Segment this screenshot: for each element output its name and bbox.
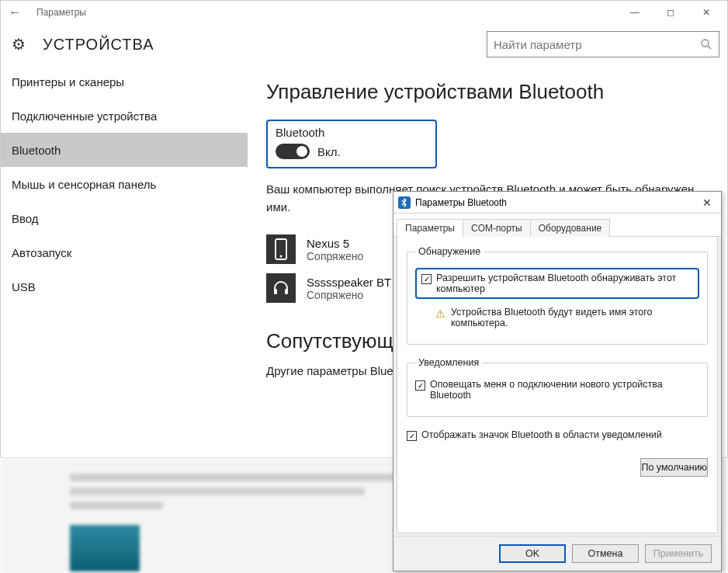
notify-checkbox[interactable] bbox=[415, 380, 425, 391]
sidebar-item-bluetooth[interactable]: Bluetooth bbox=[1, 133, 248, 167]
svg-line-1 bbox=[708, 46, 711, 49]
page-title: УСТРОЙСТВА bbox=[43, 36, 154, 54]
gear-icon: ⚙ bbox=[12, 35, 26, 54]
tab-panel: Обнаружение Разрешить устройствам Blueto… bbox=[397, 237, 718, 533]
titlebar: ← Параметры — ◻ ✕ bbox=[1, 1, 727, 24]
close-button[interactable]: ✕ bbox=[688, 1, 724, 24]
dialog-title: Параметры Bluetooth bbox=[415, 197, 507, 208]
apply-button[interactable]: Применить bbox=[645, 544, 712, 563]
sidebar-item-usb[interactable]: USB bbox=[1, 269, 248, 304]
discovery-warning-text: Устройства Bluetooth будут видеть имя эт… bbox=[451, 307, 699, 328]
sidebar: Принтеры и сканеры Подключенные устройст… bbox=[1, 64, 248, 457]
toggle-switch-icon bbox=[276, 144, 310, 159]
content-heading: Управление устройствами Bluetooth bbox=[266, 80, 727, 104]
search-placeholder: Найти параметр bbox=[494, 38, 582, 51]
device-name: Nexus 5 bbox=[307, 237, 363, 250]
window-controls: — ◻ ✕ bbox=[617, 1, 724, 24]
svg-rect-4 bbox=[274, 289, 277, 294]
discovery-group: Обнаружение Разрешить устройствам Blueto… bbox=[407, 246, 708, 345]
notify-row: Оповещать меня о подключении нового устр… bbox=[415, 379, 699, 401]
sidebar-item-mouse[interactable]: Мышь и сенсорная панель bbox=[1, 167, 248, 201]
back-button[interactable]: ← bbox=[4, 5, 26, 19]
maximize-button[interactable]: ◻ bbox=[653, 1, 688, 24]
tab-com-ports[interactable]: COM-порты bbox=[463, 219, 531, 237]
tray-label: Отображать значок Bluetooth в области ув… bbox=[421, 429, 662, 440]
notifications-legend: Уведомления bbox=[415, 357, 482, 368]
search-input[interactable]: Найти параметр bbox=[487, 31, 719, 57]
tray-row: Отображать значок Bluetooth в области ув… bbox=[407, 429, 708, 441]
toggle-label: Bluetooth bbox=[276, 126, 428, 139]
notify-label: Оповещать меня о подключении нового устр… bbox=[430, 379, 699, 401]
defaults-row: По умолчанию bbox=[397, 452, 717, 477]
phone-icon bbox=[266, 234, 296, 264]
tab-parameters[interactable]: Параметры bbox=[397, 219, 463, 237]
dialog-close-button[interactable]: ✕ bbox=[698, 196, 716, 209]
bluetooth-toggle[interactable]: Вкл. bbox=[276, 144, 428, 159]
minimize-button[interactable]: — bbox=[617, 1, 653, 24]
tray-checkbox[interactable] bbox=[407, 431, 417, 441]
window-title: Параметры bbox=[26, 7, 86, 18]
bluetooth-icon bbox=[398, 196, 411, 209]
dialog-buttons: OK Отмена Применить bbox=[393, 536, 721, 571]
sidebar-item-autoplay[interactable]: Автозапуск bbox=[1, 235, 248, 269]
allow-discovery-label: Разрешить устройствам Bluetooth обнаружи… bbox=[436, 273, 693, 294]
ok-button[interactable]: OK bbox=[499, 544, 566, 563]
bluetooth-properties-dialog: Параметры Bluetooth ✕ Параметры COM-порт… bbox=[393, 191, 722, 571]
search-icon bbox=[700, 38, 712, 50]
device-status: Сопряжено bbox=[307, 289, 391, 301]
notifications-group: Уведомления Оповещать меня о подключении… bbox=[407, 357, 708, 417]
svg-rect-5 bbox=[285, 289, 288, 294]
allow-discovery-row: Разрешить устройствам Bluetooth обнаружи… bbox=[415, 268, 699, 299]
headset-icon bbox=[266, 273, 296, 303]
tabstrip: Параметры COM-порты Оборудование bbox=[393, 214, 721, 237]
tab-hardware[interactable]: Оборудование bbox=[530, 219, 611, 237]
toggle-state: Вкл. bbox=[317, 145, 341, 158]
defaults-button[interactable]: По умолчанию bbox=[640, 458, 708, 477]
svg-point-3 bbox=[280, 255, 283, 258]
svg-point-0 bbox=[702, 40, 709, 47]
discovery-legend: Обнаружение bbox=[415, 246, 484, 257]
bluetooth-toggle-block: Bluetooth Вкл. bbox=[266, 120, 437, 168]
allow-discovery-checkbox[interactable] bbox=[421, 274, 432, 284]
header: ⚙ УСТРОЙСТВА Найти параметр bbox=[1, 24, 727, 64]
warning-icon: ⚠ bbox=[434, 307, 446, 320]
sidebar-item-printers[interactable]: Принтеры и сканеры bbox=[1, 64, 248, 99]
dialog-titlebar: Параметры Bluetooth ✕ bbox=[393, 192, 721, 214]
sidebar-item-connected[interactable]: Подключенные устройства bbox=[1, 99, 248, 133]
device-name: Ssssspeaker BT bbox=[307, 276, 391, 289]
discovery-warning: ⚠ Устройства Bluetooth будут видеть имя … bbox=[434, 307, 699, 328]
sidebar-item-input[interactable]: Ввод bbox=[1, 201, 248, 235]
device-status: Сопряжено bbox=[307, 250, 363, 262]
cancel-button[interactable]: Отмена bbox=[572, 544, 639, 563]
